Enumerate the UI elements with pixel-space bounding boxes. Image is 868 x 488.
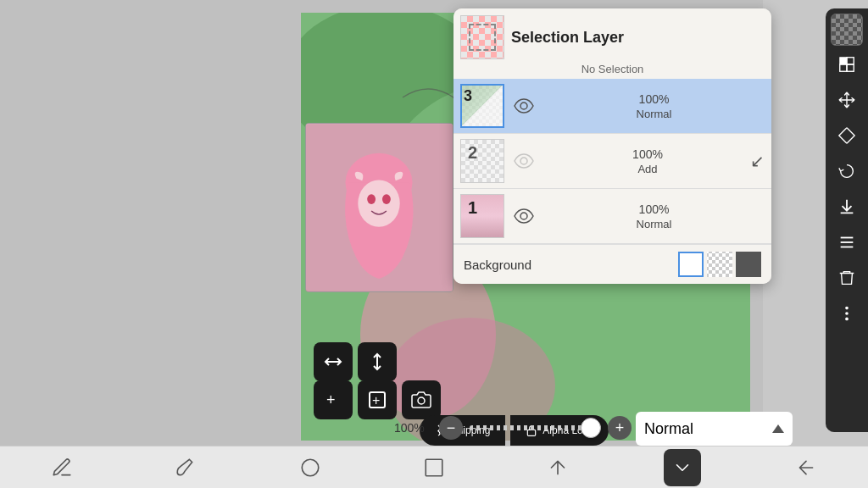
character-art: [306, 123, 453, 292]
layer3-info: 100% Normal: [543, 92, 765, 120]
move-button[interactable]: [830, 83, 864, 117]
layer1-mode: Normal: [637, 218, 672, 230]
add-layer2-button[interactable]: +: [358, 380, 397, 419]
layer-row-2[interactable]: 2 100% Add ↙: [453, 134, 771, 189]
layer2-mode: Add: [637, 163, 657, 175]
layer-row-1[interactable]: 1 100% Normal: [453, 189, 771, 244]
layers-icon: [837, 55, 856, 74]
svg-rect-31: [426, 459, 442, 476]
download-icon: [837, 197, 856, 216]
svg-point-15: [418, 397, 425, 404]
selection-layer-title: Selection Layer: [511, 29, 765, 47]
layer3-thumb: 3: [460, 84, 504, 128]
svg-rect-22: [847, 64, 854, 71]
layer2-eye[interactable]: [511, 148, 537, 174]
zoom-track[interactable]: [470, 425, 601, 430]
zoom-plus-button[interactable]: +: [608, 416, 632, 440]
canvas-toolbar-row2: [314, 342, 397, 381]
circle-tool[interactable]: [292, 449, 329, 486]
zoom-thumb[interactable]: [581, 418, 601, 438]
svg-text:+: +: [326, 391, 336, 408]
svg-point-17: [520, 158, 527, 164]
layer2-number: 2: [468, 143, 477, 163]
menu-lines-button[interactable]: [830, 225, 864, 259]
layer1-thumb: 1: [460, 194, 504, 238]
zoom-minus-button[interactable]: −: [439, 416, 463, 440]
flip-icon: [837, 126, 856, 145]
flip-v-icon: [367, 352, 387, 372]
svg-point-16: [520, 103, 527, 109]
background-swatches: [678, 252, 761, 277]
rotate-icon: [837, 162, 856, 180]
layer1-info: 100% Normal: [543, 202, 765, 230]
svg-point-27: [845, 312, 849, 315]
layer1-opacity: 100%: [639, 202, 670, 216]
layers-icon-button[interactable]: [830, 47, 864, 81]
pencil-icon: [51, 457, 73, 479]
svg-rect-20: [847, 58, 854, 64]
layer1-number: 1: [468, 198, 477, 218]
arrow-up-tool[interactable]: [539, 449, 576, 486]
chevron-down-tool[interactable]: [664, 449, 701, 486]
camera-icon: [411, 390, 431, 410]
white-swatch[interactable]: [678, 252, 704, 277]
more-button[interactable]: [830, 297, 864, 330]
blend-mode-arrow: [772, 424, 784, 433]
svg-text:+: +: [372, 393, 380, 408]
svg-point-9: [358, 180, 399, 226]
menu-lines-icon: [837, 233, 856, 252]
layer-row-3[interactable]: 3 100% Normal: [453, 79, 771, 134]
plus-square-icon: +: [367, 390, 387, 410]
layer2-arrow: ↙: [750, 151, 765, 171]
pencil-tool[interactable]: [43, 449, 81, 486]
download-button[interactable]: [830, 190, 864, 224]
layer3-number: 3: [464, 87, 472, 105]
back-arrow-tool[interactable]: [787, 449, 825, 486]
flip-h-icon: [323, 352, 343, 372]
layer3-opacity: 100%: [639, 92, 670, 106]
brush-tool[interactable]: [167, 449, 204, 486]
background-row: Background: [453, 244, 771, 284]
brush-icon: [175, 457, 197, 479]
layer3-eye[interactable]: [511, 93, 537, 119]
rotate-button[interactable]: [830, 154, 864, 188]
flip-button[interactable]: [830, 119, 864, 152]
square-icon: [423, 457, 445, 479]
svg-point-30: [302, 459, 319, 476]
blend-mode-selector[interactable]: Normal: [636, 412, 793, 446]
eye-icon-3: [514, 97, 534, 114]
svg-rect-19: [840, 58, 847, 64]
checker-swatch[interactable]: [707, 252, 732, 277]
add-layer-button[interactable]: +: [314, 380, 353, 419]
flip-vertical-button[interactable]: [358, 342, 397, 381]
svg-point-18: [520, 213, 527, 219]
zoom-level: 100%: [394, 421, 432, 435]
back-arrow-icon: [795, 457, 817, 479]
checker-pattern-button[interactable]: [831, 14, 863, 46]
selection-layer-row[interactable]: Selection Layer: [453, 8, 771, 63]
trash-button[interactable]: [830, 261, 864, 295]
trash-icon: [837, 269, 856, 287]
eye-icon-1: [514, 208, 534, 225]
layer2-info: 100% Add: [543, 147, 752, 175]
layers-panel: Selection Layer No Selection 3 100% Norm…: [453, 8, 771, 284]
no-selection-label: No Selection: [453, 63, 771, 79]
circle-icon: [299, 457, 321, 479]
svg-point-10: [367, 194, 376, 204]
zoom-bar: 100% − +: [394, 414, 632, 441]
layer2-thumb: 2: [460, 139, 504, 183]
layer2-opacity: 100%: [632, 147, 663, 161]
dark-swatch[interactable]: [736, 252, 761, 277]
layer1-eye[interactable]: [511, 203, 537, 229]
more-dots-icon: [837, 304, 856, 323]
background-label: Background: [464, 258, 671, 272]
selection-layer-thumb: [460, 15, 504, 59]
right-toolbar: [826, 8, 868, 432]
square-tool[interactable]: [415, 449, 453, 486]
flip-horizontal-button[interactable]: [314, 342, 353, 381]
app-toolbar: [0, 446, 868, 488]
character-thumbnail: [305, 123, 453, 292]
svg-point-26: [845, 307, 849, 310]
eye-icon-2: [514, 152, 534, 169]
blend-mode-label: Normal: [644, 420, 693, 438]
